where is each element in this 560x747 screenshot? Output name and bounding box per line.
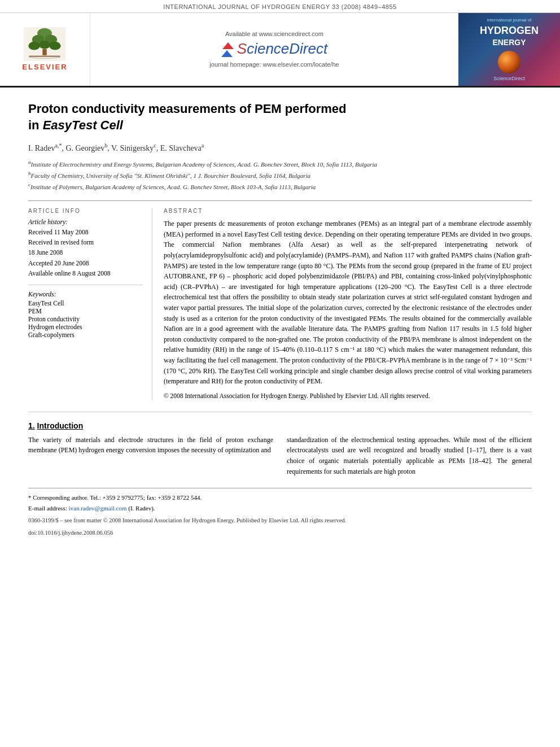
svg-point-4 <box>29 42 40 50</box>
email-link[interactable]: ivan.radev@gmail.com <box>68 505 126 512</box>
intro-col-left: The variety of materials and electrode s… <box>28 435 273 477</box>
keyword-2: PEM <box>28 308 143 314</box>
elsevier-wordmark: ELSEVIER <box>22 63 67 71</box>
elsevier-tree-icon <box>22 27 67 61</box>
keyword-1: EasyTest Cell <box>28 300 143 307</box>
page-footer: * Corresponding author. Tel.: +359 2 979… <box>28 488 532 538</box>
accepted-date: Accepted 20 June 2008 <box>28 259 143 268</box>
journal-header: INTERNATIONAL JOURNAL OF HYDROGEN ENERGY… <box>0 0 560 13</box>
introduction-section: 1. Introduction The variety of materials… <box>28 412 532 477</box>
corresponding-author-note: * Corresponding author. Tel.: +359 2 979… <box>28 493 532 503</box>
he-badge-sd-text: ScienceDirect <box>493 76 525 81</box>
svg-point-6 <box>50 42 61 50</box>
sciencedirect-text: ScienceDirect <box>237 40 327 58</box>
abstract-text: The paper presents dc measurements of pr… <box>164 219 532 387</box>
email-footnote: E-mail address: ivan.radev@gmail.com (I.… <box>28 504 532 513</box>
intro-text-left: The variety of materials and electrode s… <box>28 435 273 456</box>
intro-col-right: standardization of the electrochemical t… <box>287 435 532 477</box>
sciencedirect-section: Available at www.sciencedirect.com Scien… <box>90 13 458 86</box>
keywords-section: Keywords: EasyTest Cell PEM Proton condu… <box>28 291 143 338</box>
sciencedirect-arrows-icon <box>221 41 235 57</box>
elsevier-logo-section: ELSEVIER <box>0 13 90 86</box>
introduction-heading: 1. Introduction <box>28 421 532 430</box>
doi-line: doi:10.1016/j.ijhydene.2008.06.056 <box>28 528 532 538</box>
abstract-column: ABSTRACT The paper presents dc measureme… <box>164 208 532 400</box>
hydrogen-title: HYDROGENENERGY <box>480 25 539 48</box>
available-at-text: Available at www.sciencedirect.com <box>225 30 323 37</box>
affil-b: bFaculty of Chemistry, University of Sof… <box>28 170 532 180</box>
keyword-5: Graft-copolymers <box>28 331 143 338</box>
svg-marker-10 <box>221 50 233 57</box>
affil-a: aInstitute of Electrochemistry and Energ… <box>28 159 532 169</box>
elsevier-logo: ELSEVIER <box>22 27 67 71</box>
authors-line: I. Radeva,*, G. Georgievb, V. Sinigersky… <box>28 142 532 153</box>
article-title: Proton conductivity measurements of PEM … <box>28 99 532 133</box>
available-online-date: Available online 8 August 2008 <box>28 269 143 278</box>
keyword-4: Hydrogen electrodes <box>28 324 143 330</box>
sciencedirect-logo: ScienceDirect <box>221 40 327 58</box>
received-date: Received 11 May 2008 <box>28 228 143 237</box>
article-info-column: ARTICLE INFO Article history: Received 1… <box>28 208 152 400</box>
received-revised-label: Received in revised form <box>28 238 143 247</box>
journal-homepage-text: journal homepage: www.elsevier.com/locat… <box>209 61 339 68</box>
hydrogen-energy-badge: international journal of HYDROGENENERGY … <box>480 18 539 81</box>
svg-point-5 <box>39 41 50 49</box>
article-info-abstract-section: ARTICLE INFO Article history: Received 1… <box>28 200 532 400</box>
history-label: Article history: <box>28 219 143 225</box>
introduction-body: The variety of materials and electrode s… <box>28 435 532 477</box>
he-globe-icon <box>498 51 520 73</box>
article-history: Article history: Received 11 May 2008 Re… <box>28 219 143 277</box>
received-revised-date: 18 June 2008 <box>28 248 143 257</box>
doi-copyright-line: 0360-3199/$ – see front matter © 2008 In… <box>28 516 532 525</box>
hydrogen-energy-badge-section: international journal of HYDROGENENERGY … <box>458 13 560 86</box>
abstract-copyright: © 2008 International Association for Hyd… <box>164 391 532 400</box>
keyword-3: Proton conductivity <box>28 316 143 322</box>
affil-c: cInstitute of Polymers, Bulgarian Academ… <box>28 181 532 191</box>
svg-marker-9 <box>222 42 234 49</box>
intro-text-right: standardization of the electrochemical t… <box>287 435 532 477</box>
banner: ELSEVIER Available at www.sciencedirect.… <box>0 13 560 88</box>
info-divider <box>28 285 143 285</box>
keywords-label: Keywords: <box>28 291 143 298</box>
he-badge-top-text: international journal of <box>487 18 532 23</box>
main-content: Proton conductivity measurements of PEM … <box>0 88 560 549</box>
abstract-heading: ABSTRACT <box>164 208 532 214</box>
svg-rect-7 <box>43 49 47 55</box>
affiliations: aInstitute of Electrochemistry and Energ… <box>28 159 532 191</box>
article-info-heading: ARTICLE INFO <box>28 208 143 214</box>
